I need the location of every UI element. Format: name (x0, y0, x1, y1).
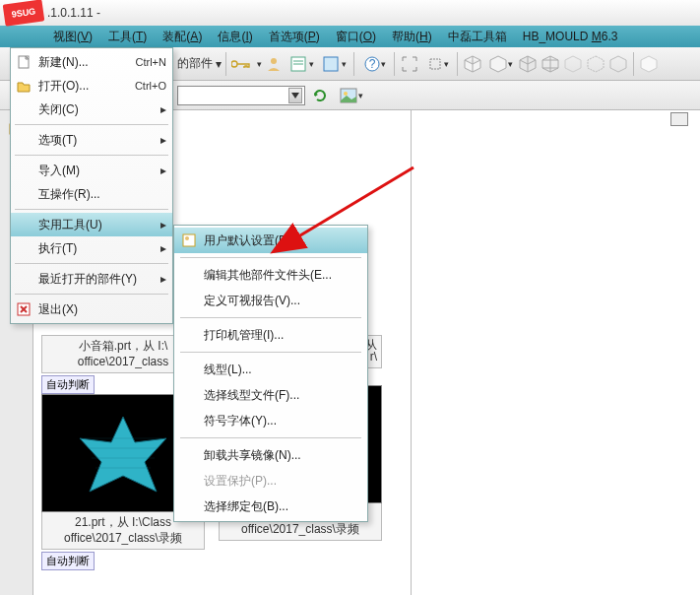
chevron-down-icon (288, 88, 302, 103)
title-bar: 9SUG .1.0.1.11 - (0, 0, 700, 26)
menu-item-import[interactable]: 导入(M) ▸ (11, 159, 172, 182)
submenu-item-sel-bind-pkg[interactable]: 选择绑定包(B)... (174, 494, 367, 519)
user-defaults-icon (180, 231, 198, 249)
card-caption-line2: office\2017_class\录频 (44, 531, 202, 547)
open-folder-icon (15, 77, 32, 95)
cube-shaded-button[interactable] (517, 53, 539, 75)
svg-point-0 (271, 58, 277, 64)
svg-text:?: ? (368, 57, 375, 71)
right-pane (411, 110, 700, 595)
card-tag: 自动判断 (41, 552, 95, 570)
refresh-button[interactable] (309, 85, 331, 106)
window-title: .1.0.1.11 - (47, 6, 100, 20)
menu-window[interactable]: 窗口(O) (328, 26, 384, 47)
menu-view[interactable]: 视图(V) (45, 26, 100, 47)
cube-dropdown-button[interactable]: ▾ (484, 53, 516, 75)
card-caption-line2: office\2017_class\录频 (222, 522, 379, 538)
exit-icon (15, 300, 32, 318)
user-icon-button[interactable] (263, 53, 285, 75)
zoom-dropdown-button[interactable]: ▾ (421, 53, 453, 75)
key-dropdown-button[interactable]: ▾ (230, 53, 262, 75)
new-file-icon (15, 53, 32, 71)
selection-filter-combo[interactable] (177, 86, 305, 105)
svg-point-9 (344, 92, 348, 96)
menu-bar: 视图(V) 工具(T) 装配(A) 信息(I) 首选项(P) 窗口(O) 帮助(… (0, 26, 700, 47)
menu-item-close[interactable]: 关闭(C) ▸ (11, 98, 172, 121)
menu-item-new[interactable]: 新建(N)... Ctrl+N (11, 50, 172, 74)
menu-item-open[interactable]: 打开(O)... Ctrl+O (11, 74, 172, 98)
submenu-item-sel-linetype[interactable]: 选择线型文件(F)... (174, 382, 367, 408)
submenu-item-symbol-font[interactable]: 符号字体(Y)... (174, 408, 367, 433)
caption-fragment: r\ (370, 350, 377, 365)
image-dropdown-button[interactable]: ▾ (335, 85, 366, 106)
svg-rect-4 (324, 57, 338, 71)
menu-item-execute[interactable]: 执行(T) ▸ (11, 236, 172, 260)
cube-hidden-button[interactable] (562, 53, 584, 75)
submenu-item-printer-mgr[interactable]: 打印机管理(I)... (174, 322, 367, 348)
help-dropdown-button[interactable]: ?▾ (358, 53, 390, 75)
submenu-item-linetype[interactable]: 线型(L)... (174, 357, 367, 382)
menu-zhonglei-toolbox[interactable]: 中磊工具箱 (440, 26, 515, 47)
card-tag: 自动判断 (41, 375, 95, 394)
menu-tools[interactable]: 工具(T) (100, 26, 155, 47)
app-logo: 9SUG (3, 0, 45, 27)
pane-tab[interactable] (670, 112, 688, 126)
file-menu-dropdown: 新建(N)... Ctrl+N 打开(O)... Ctrl+O 关闭(C) ▸ … (10, 47, 173, 324)
fit-view-button[interactable] (399, 53, 420, 75)
cube-edges2-button[interactable] (607, 53, 629, 75)
cube-alt-button[interactable] (638, 53, 660, 75)
menu-item-recent[interactable]: 最近打开的部件(Y) ▸ (11, 267, 172, 291)
cube-wire-button[interactable] (540, 53, 561, 75)
menu-info[interactable]: 信息(I) (210, 26, 260, 47)
menu-item-options[interactable]: 选项(T) ▸ (11, 128, 172, 152)
menu-item-interop[interactable]: 互操作(R)... (11, 182, 172, 206)
menu-item-utilities[interactable]: 实用工具(U) ▸ (11, 213, 172, 236)
menu-hb-mould[interactable]: HB_MOULD M6.3 (515, 26, 626, 47)
menu-help[interactable]: 帮助(H) (384, 26, 440, 47)
menu-preferences[interactable]: 首选项(P) (261, 26, 328, 47)
toolbar-fragment-text: 的部件 (177, 55, 213, 72)
menu-item-exit[interactable]: 退出(X) (11, 298, 172, 321)
submenu-item-user-defaults[interactable]: 用户默认设置(D)... (174, 228, 367, 253)
menu-assembly[interactable]: 装配(A) (155, 26, 210, 47)
panel-dropdown-button[interactable]: ▾ (318, 53, 350, 75)
svg-rect-19 (183, 234, 195, 246)
submenu-item-edit-header[interactable]: 编辑其他部件文件头(E... (174, 262, 367, 288)
utilities-submenu: 用户默认设置(D)... 编辑其他部件文件头(E... 定义可视报告(V)...… (173, 225, 368, 522)
submenu-item-unload-shared[interactable]: 卸载共享镜像(N)... (174, 442, 367, 468)
svg-point-20 (185, 236, 189, 240)
cube-edges-button[interactable] (585, 53, 606, 75)
submenu-item-protect: 设置保护(P)... (174, 468, 367, 494)
cube-solid-button[interactable] (462, 53, 483, 75)
form-dropdown-button[interactable]: ▾ (286, 53, 317, 75)
submenu-item-define-report[interactable]: 定义可视报告(V)... (174, 288, 367, 313)
svg-rect-7 (430, 59, 440, 69)
